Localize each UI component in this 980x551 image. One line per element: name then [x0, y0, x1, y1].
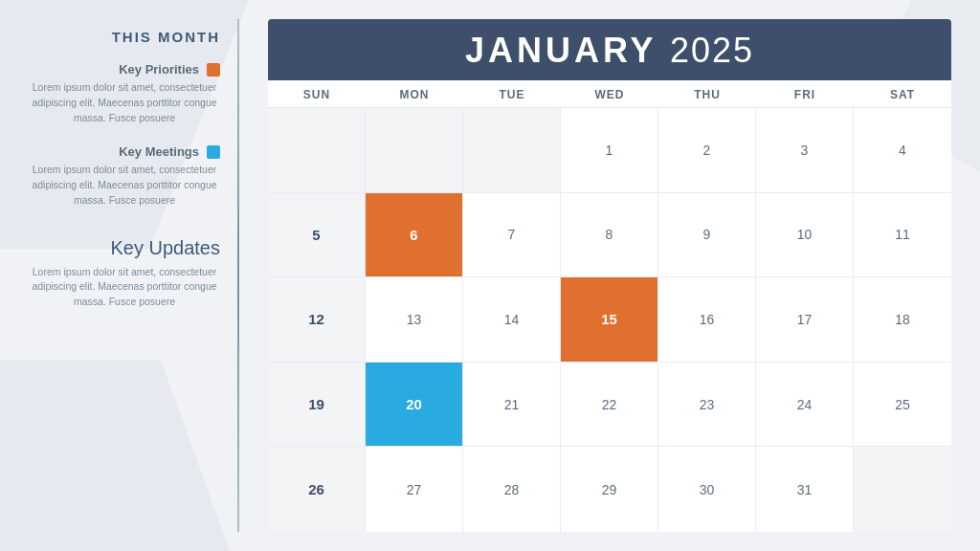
cal-cell-2-4: 16: [658, 277, 756, 362]
cal-cell-3-6: 25: [854, 363, 951, 447]
priorities-label-row: Key Priorities: [29, 62, 220, 77]
day-header-sat: SAT: [854, 80, 951, 107]
cal-row-3: 19202122232425: [268, 363, 951, 448]
cal-cell-0-0: [268, 108, 366, 192]
cal-cell-2-2: 14: [463, 277, 561, 362]
day-header-fri: FRI: [756, 80, 854, 107]
cal-cell-3-1: 20: [366, 363, 463, 447]
cal-row-1: 567891011: [268, 193, 951, 278]
day-header-tue: TUE: [463, 80, 561, 107]
cal-cell-1-3: 8: [561, 193, 658, 277]
calendar-year: 2025: [670, 31, 754, 70]
priorities-label: Key Priorities: [119, 62, 199, 77]
cal-cell-0-5: 3: [756, 108, 854, 192]
updates-section: Key Updates Lorem ipsum dolor sit amet, …: [29, 228, 220, 310]
sidebar-title: THIS MONTH: [29, 29, 220, 45]
cal-cell-1-5: 10: [756, 193, 854, 277]
cal-cell-3-0: 19: [268, 363, 366, 447]
meetings-text: Lorem ipsum dolor sit amet, consectetuer…: [29, 163, 220, 208]
day-header-thu: THU: [658, 80, 756, 107]
cal-cell-4-3: 29: [561, 447, 658, 532]
blue-dot-icon: [207, 145, 220, 159]
cal-cell-3-2: 21: [463, 363, 561, 447]
day-header-mon: MON: [366, 80, 463, 107]
cal-cell-3-5: 24: [756, 363, 854, 447]
sidebar: THIS MONTH Key Priorities Lorem ipsum do…: [0, 0, 239, 551]
cal-cell-0-6: 4: [854, 108, 951, 192]
cal-cell-4-0: 26: [268, 447, 366, 532]
cal-cell-1-4: 9: [658, 193, 756, 277]
updates-title: Key Updates: [29, 237, 220, 259]
priorities-text: Lorem ipsum dolor sit amet, consectetuer…: [29, 80, 220, 125]
cal-cell-0-2: [463, 108, 561, 192]
cal-cell-3-3: 22: [561, 363, 658, 447]
cal-cell-4-2: 28: [463, 447, 561, 532]
cal-cell-4-5: 31: [756, 447, 854, 532]
meetings-label: Key Meetings: [119, 144, 199, 159]
calendar-month: JANUARY: [465, 31, 657, 70]
calendar-main: JANUARY 2025 SUN MON TUE WED THU FRI SAT…: [239, 0, 980, 551]
cal-cell-3-4: 23: [658, 363, 756, 447]
cal-row-0: 1234: [268, 108, 951, 193]
calendar-month-year: JANUARY 2025: [465, 31, 754, 70]
cal-cell-1-1: 6: [366, 193, 463, 277]
calendar-body: 1234567891011121314151617181920212223242…: [268, 108, 951, 532]
cal-cell-1-0: 5: [268, 193, 366, 277]
day-header-sun: SUN: [268, 80, 366, 107]
cal-cell-4-1: 27: [366, 447, 463, 532]
cal-row-2: 12131415161718: [268, 277, 951, 363]
cal-cell-2-5: 17: [756, 277, 854, 362]
cal-cell-1-6: 11: [854, 193, 951, 277]
cal-cell-0-1: [366, 108, 463, 192]
meetings-section: Key Meetings Lorem ipsum dolor sit amet,…: [29, 144, 220, 208]
day-header-wed: WED: [561, 80, 658, 107]
cal-cell-4-6: [854, 447, 951, 532]
cal-cell-2-3: 15: [561, 277, 658, 362]
orange-dot-icon: [207, 63, 220, 77]
calendar-grid: SUN MON TUE WED THU FRI SAT 123456789101…: [268, 80, 951, 532]
cal-cell-2-0: 12: [268, 277, 366, 362]
cal-cell-0-4: 2: [658, 108, 756, 192]
cal-cell-4-4: 30: [658, 447, 756, 532]
cal-cell-2-1: 13: [366, 277, 463, 362]
meetings-label-row: Key Meetings: [29, 144, 220, 159]
cal-cell-2-6: 18: [854, 277, 951, 362]
cal-cell-0-3: 1: [561, 108, 658, 192]
page-container: THIS MONTH Key Priorities Lorem ipsum do…: [0, 0, 980, 551]
cal-cell-1-2: 7: [463, 193, 561, 277]
priorities-section: Key Priorities Lorem ipsum dolor sit ame…: [29, 62, 220, 125]
day-headers-row: SUN MON TUE WED THU FRI SAT: [268, 80, 951, 108]
calendar-header: JANUARY 2025: [268, 19, 951, 80]
cal-row-4: 262728293031: [268, 447, 951, 532]
updates-text: Lorem ipsum dolor sit amet, consectetuer…: [29, 265, 220, 310]
